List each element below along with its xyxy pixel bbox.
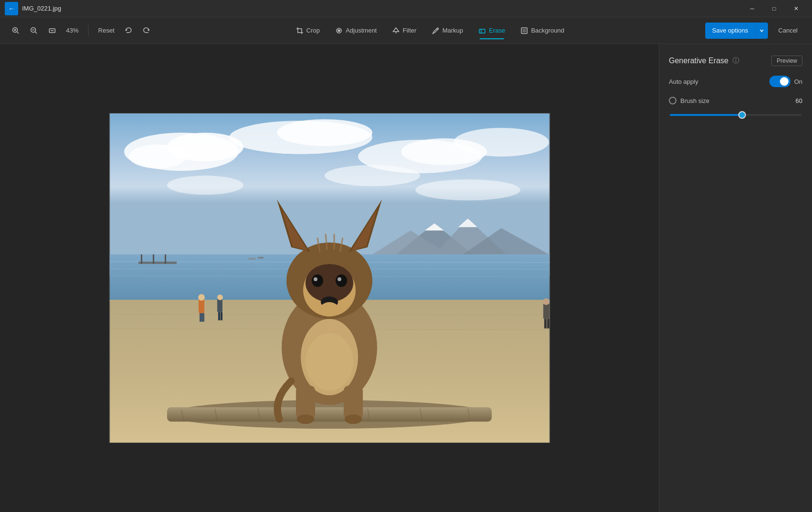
filename-label: IMG_0221.jpg bbox=[22, 5, 737, 12]
toolbar-center: Crop Adjustment Filter Markup bbox=[155, 24, 705, 37]
photo-display bbox=[110, 114, 550, 443]
toggle-container: On bbox=[769, 76, 802, 87]
crop-tool-button[interactable]: Crop bbox=[289, 24, 327, 37]
brush-size-slider-container bbox=[669, 110, 802, 120]
svg-marker-11 bbox=[393, 28, 399, 32]
svg-rect-51 bbox=[199, 313, 202, 322]
canvas-area[interactable] bbox=[0, 44, 659, 512]
brush-size-icon bbox=[669, 97, 677, 104]
svg-point-84 bbox=[320, 302, 339, 317]
fit-to-window-button[interactable] bbox=[44, 23, 60, 39]
svg-point-10 bbox=[338, 30, 340, 32]
markup-tool-button[interactable]: Markup bbox=[425, 24, 470, 37]
svg-rect-45 bbox=[258, 257, 263, 259]
svg-rect-43 bbox=[165, 254, 166, 264]
svg-point-88 bbox=[344, 414, 361, 424]
svg-rect-42 bbox=[153, 254, 154, 264]
filter-tool-button[interactable]: Filter bbox=[385, 24, 423, 37]
erase-tool-button[interactable]: Erase bbox=[472, 24, 512, 37]
auto-apply-toggle[interactable] bbox=[769, 76, 790, 87]
reset-button[interactable]: Reset bbox=[94, 25, 118, 36]
svg-rect-17 bbox=[523, 29, 526, 32]
adjustment-tool-button[interactable]: Adjustment bbox=[328, 24, 383, 37]
svg-line-1 bbox=[17, 32, 19, 34]
svg-line-13 bbox=[437, 29, 438, 30]
background-tool-button[interactable]: Background bbox=[514, 24, 571, 37]
svg-rect-57 bbox=[543, 304, 549, 319]
svg-rect-14 bbox=[479, 29, 485, 33]
redo-button[interactable] bbox=[138, 23, 155, 39]
toolbar-right: Save options Cancel bbox=[705, 23, 804, 39]
main-content: Generative Erase ⓘ Preview Auto apply On… bbox=[0, 44, 812, 512]
brush-size-row: Brush size 60 bbox=[669, 97, 802, 104]
svg-rect-41 bbox=[141, 254, 142, 264]
svg-point-27 bbox=[167, 176, 243, 195]
zoom-out-button[interactable] bbox=[26, 23, 42, 39]
save-options-button[interactable]: Save options bbox=[705, 23, 755, 39]
save-options-group: Save options bbox=[705, 23, 767, 39]
zoom-in-button[interactable] bbox=[8, 23, 24, 39]
svg-rect-44 bbox=[248, 258, 255, 260]
image-container bbox=[109, 113, 550, 443]
svg-point-50 bbox=[198, 294, 204, 301]
svg-rect-55 bbox=[218, 312, 220, 320]
cancel-button[interactable]: Cancel bbox=[772, 23, 804, 39]
close-button[interactable]: ✕ bbox=[785, 0, 807, 17]
svg-point-80 bbox=[335, 274, 347, 287]
title-bar: ← IMG_0221.jpg ─ □ ✕ bbox=[0, 0, 812, 17]
preview-button[interactable]: Preview bbox=[771, 56, 802, 66]
svg-point-21 bbox=[129, 145, 186, 169]
svg-rect-56 bbox=[220, 312, 222, 320]
svg-rect-86 bbox=[343, 386, 362, 419]
toolbar-divider bbox=[88, 25, 89, 36]
svg-point-79 bbox=[312, 274, 323, 287]
svg-rect-40 bbox=[138, 262, 177, 264]
save-options-chevron-button[interactable] bbox=[755, 23, 768, 39]
zoom-level: 43% bbox=[62, 27, 82, 34]
panel-header: Generative Erase ⓘ Preview bbox=[669, 56, 802, 66]
minimize-button[interactable]: ─ bbox=[741, 0, 763, 17]
svg-rect-60 bbox=[547, 319, 549, 329]
maximize-button[interactable]: □ bbox=[763, 0, 785, 17]
right-panel: Generative Erase ⓘ Preview Auto apply On… bbox=[659, 44, 812, 512]
toggle-state-label: On bbox=[794, 78, 802, 85]
window-controls: ─ □ ✕ bbox=[741, 0, 807, 17]
auto-apply-label: Auto apply bbox=[669, 78, 769, 85]
panel-title: Generative Erase bbox=[669, 57, 729, 65]
svg-point-54 bbox=[217, 295, 223, 300]
svg-point-58 bbox=[542, 298, 549, 305]
svg-point-28 bbox=[325, 165, 420, 186]
undo-button[interactable] bbox=[120, 23, 136, 39]
svg-point-89 bbox=[305, 333, 353, 391]
svg-point-23 bbox=[277, 119, 372, 146]
svg-point-26 bbox=[453, 128, 549, 157]
svg-point-82 bbox=[337, 277, 341, 281]
svg-point-29 bbox=[415, 180, 520, 201]
svg-point-81 bbox=[314, 277, 317, 281]
svg-rect-59 bbox=[544, 319, 546, 329]
svg-rect-53 bbox=[217, 299, 222, 312]
brush-size-value: 60 bbox=[796, 97, 802, 104]
svg-line-5 bbox=[35, 32, 37, 34]
info-icon[interactable]: ⓘ bbox=[733, 57, 739, 65]
back-button[interactable]: ← bbox=[5, 2, 18, 15]
svg-point-87 bbox=[297, 414, 314, 424]
brush-size-label: Brush size bbox=[680, 97, 796, 104]
slider-fill bbox=[670, 114, 742, 116]
auto-apply-row: Auto apply On bbox=[669, 76, 802, 87]
slider-thumb[interactable] bbox=[738, 111, 746, 119]
toolbar-left: 43% Reset bbox=[8, 23, 155, 39]
toolbar: 43% Reset Crop bbox=[0, 17, 812, 44]
svg-rect-49 bbox=[198, 299, 204, 313]
slider-track-wrapper bbox=[670, 110, 801, 120]
svg-rect-52 bbox=[202, 313, 204, 322]
toggle-thumb bbox=[780, 77, 789, 86]
svg-rect-85 bbox=[296, 386, 315, 419]
